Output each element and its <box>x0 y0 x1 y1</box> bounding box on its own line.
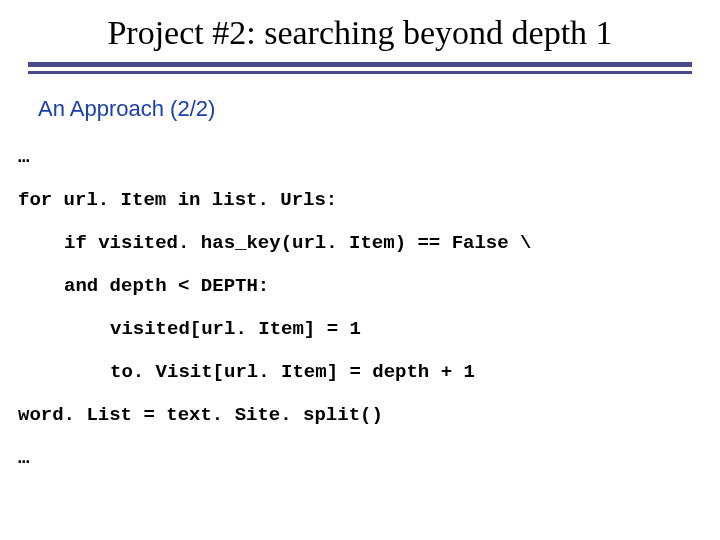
section-subtitle: An Approach (2/2) <box>38 96 720 122</box>
code-line: and depth < DEPTH: <box>18 277 720 296</box>
rule-thick <box>28 62 692 67</box>
code-line: word. List = text. Site. split() <box>18 406 720 425</box>
slide-title: Project #2: searching beyond depth 1 <box>0 0 720 62</box>
code-line: visited[url. Item] = 1 <box>18 320 720 339</box>
code-line: … <box>18 148 720 167</box>
rule-thin <box>28 71 692 74</box>
code-line: for url. Item in list. Urls: <box>18 191 720 210</box>
code-line: … <box>18 449 720 468</box>
code-line: if visited. has_key(url. Item) == False … <box>18 234 720 253</box>
code-line: to. Visit[url. Item] = depth + 1 <box>18 363 720 382</box>
title-underline <box>28 62 692 74</box>
code-block: … for url. Item in list. Urls: if visite… <box>18 148 720 468</box>
